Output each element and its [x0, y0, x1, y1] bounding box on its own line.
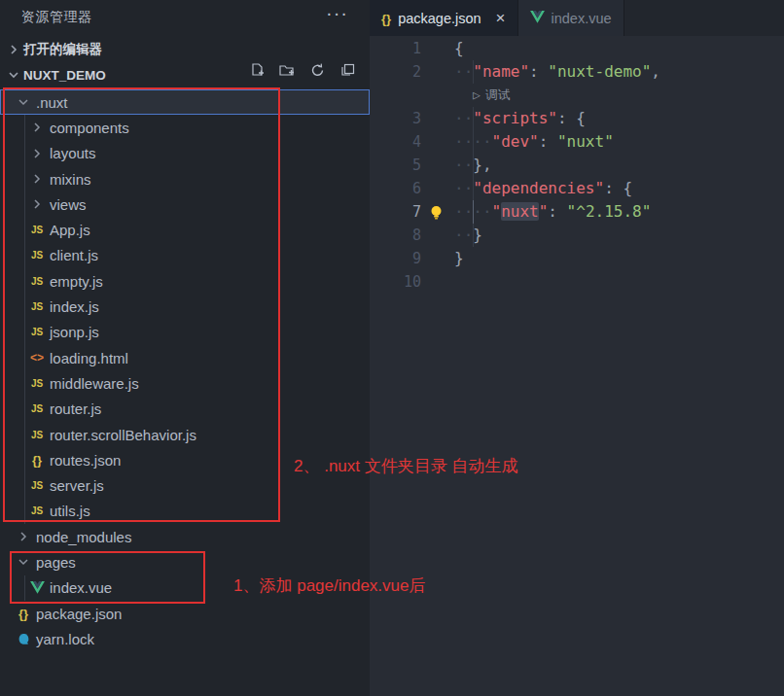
tree-item-loading-html[interactable]: <>loading.html [0, 345, 370, 370]
more-actions-icon[interactable]: ··· [326, 2, 348, 24]
tree-item-layouts[interactable]: layouts [0, 141, 370, 166]
chevron-right-icon [15, 528, 32, 545]
tree-item-label: utils.js [50, 503, 90, 519]
tree-item-yarn-lock[interactable]: yarn.lock [0, 626, 370, 651]
tree-item-label: App.js [50, 222, 90, 238]
js-icon: JS [28, 477, 46, 495]
tree-item-app-js[interactable]: JSApp.js [0, 217, 370, 242]
explorer-toolbar [248, 61, 356, 79]
js-icon: JS [28, 298, 46, 316]
tree-item-label: routes.json [50, 452, 121, 469]
code-line-5[interactable]: 5··}, [370, 154, 784, 177]
code-line-6[interactable]: 6··"dependencies": { [370, 177, 784, 200]
tree-item-components[interactable]: components [0, 115, 370, 140]
tree-item-router-scrollbehavior-js[interactable]: JSrouter.scrollBehavior.js [0, 422, 370, 447]
tree-item-server-js[interactable]: JSserver.js [0, 472, 370, 498]
codelens-label: 调试 [485, 84, 511, 107]
line-number: 2 [370, 60, 421, 84]
indent-guide [473, 60, 474, 84]
tree-item-empty-js[interactable]: JSempty.js [0, 268, 370, 294]
code-line-text [421, 270, 454, 294]
tree-item-label: router.scrollBehavior.js [50, 427, 196, 443]
json-icon: {} [381, 11, 391, 26]
tree-item-label: client.js [50, 247, 98, 263]
tree-item-package-json[interactable]: {}package.json [0, 601, 370, 626]
tree-item-index-vue[interactable]: index.vue [0, 575, 370, 601]
tree-item-routes-json[interactable]: {}routes.json [0, 447, 370, 472]
code-line-9[interactable]: 9} [370, 247, 784, 270]
new-folder-icon[interactable] [278, 61, 296, 79]
tree-item-node-modules[interactable]: node_modules [0, 524, 370, 549]
tree-item-label: views [50, 196, 87, 213]
line-number: 7 [370, 200, 421, 224]
tree-item-middleware-js[interactable]: JSmiddleware.js [0, 370, 370, 396]
explorer-title: 资源管理器 [21, 9, 92, 26]
tree-item-index-js[interactable]: JSindex.js [0, 294, 370, 319]
tree-item-utils-js[interactable]: JSutils.js [0, 499, 370, 524]
yarn-icon [15, 630, 32, 647]
tree-item-label: index.js [50, 298, 99, 315]
tree-item-label: jsonp.js [50, 324, 99, 340]
tree-item-client-js[interactable]: JSclient.js [0, 243, 370, 268]
close-icon[interactable]: × [496, 9, 506, 28]
code-area[interactable]: 1{2··"name": "nuxt-demo",▷调试3··"scripts"… [370, 37, 784, 294]
new-file-icon[interactable] [248, 61, 266, 79]
tree-item-router-js[interactable]: JSrouter.js [0, 397, 370, 422]
file-tree: .nuxtcomponentslayoutsmixinsviewsJSApp.j… [0, 89, 370, 652]
line-number: 8 [370, 224, 421, 247]
chevron-right-icon [28, 170, 46, 188]
json-icon: {} [15, 605, 32, 622]
tree-item-label: components [50, 120, 129, 136]
js-icon: JS [28, 426, 46, 443]
tab-label: package.json [398, 11, 481, 26]
tree-item-label: mixins [50, 171, 91, 188]
indent-guide [24, 115, 25, 524]
refresh-icon[interactable] [308, 61, 326, 79]
code-line-4[interactable]: 4····"dev": "nuxt" [370, 130, 784, 154]
editor-tab-bar: {}package.json×index.vue [370, 0, 784, 36]
indent-guide [473, 177, 474, 200]
tree-item-label: empty.js [50, 273, 103, 290]
vue-icon [530, 11, 545, 26]
js-icon: JS [28, 247, 46, 264]
tree-item-label: yarn.lock [36, 631, 94, 647]
code-line-10[interactable]: 10 [370, 270, 784, 294]
tree-item-views[interactable]: views [0, 191, 370, 217]
code-line-2[interactable]: 2··"name": "nuxt-demo", [370, 60, 784, 84]
js-icon: JS [28, 324, 46, 341]
tree-item-jsonp-js[interactable]: JSjsonp.js [0, 320, 370, 345]
js-icon: JS [28, 272, 46, 290]
line-number: 1 [370, 37, 421, 60]
js-icon: JS [28, 400, 46, 418]
code-line-text: { [421, 37, 464, 60]
code-line-text: ····"dev": "nuxt" [421, 130, 614, 154]
code-line-3[interactable]: 3··"scripts": { [370, 107, 784, 130]
code-line-text: } [421, 247, 464, 270]
code-line-8[interactable]: 8··} [370, 224, 784, 247]
code-line-1[interactable]: 1{ [370, 37, 784, 60]
chevron-right-icon [28, 145, 46, 162]
tree-item-label: middleware.js [50, 375, 139, 392]
collapse-all-icon[interactable] [339, 61, 356, 79]
tree-item-label: pages [36, 554, 76, 571]
open-editors-section[interactable]: 打开的编辑器 [0, 37, 370, 62]
chevron-down-icon [6, 67, 21, 83]
tree-item-label: router.js [50, 400, 101, 417]
js-icon: JS [28, 374, 46, 392]
tab-package-json[interactable]: {}package.json× [370, 0, 518, 36]
tree-item-mixins[interactable]: mixins [0, 166, 370, 191]
indent-guide [473, 154, 474, 177]
code-line-7[interactable]: 7····"nuxt": "^2.15.8" [370, 200, 784, 224]
tab-index-vue[interactable]: index.vue [518, 0, 624, 36]
codelens-debug[interactable]: ▷调试 [370, 84, 784, 107]
line-number: 10 [370, 270, 421, 294]
indent-guide [473, 107, 474, 130]
tree-item-label: .nuxt [36, 94, 68, 111]
tree-item-label: loading.html [50, 350, 128, 366]
explorer-sidebar: 资源管理器 ··· 打开的编辑器 NUXT_DEMO [0, 0, 370, 696]
chevron-down-icon [15, 93, 32, 111]
tree-item-nuxt[interactable]: .nuxt [0, 89, 370, 115]
tree-item-pages[interactable]: pages [0, 549, 370, 574]
code-line-text: ··"scripts": { [421, 107, 586, 130]
open-editors-label: 打开的编辑器 [23, 41, 102, 58]
